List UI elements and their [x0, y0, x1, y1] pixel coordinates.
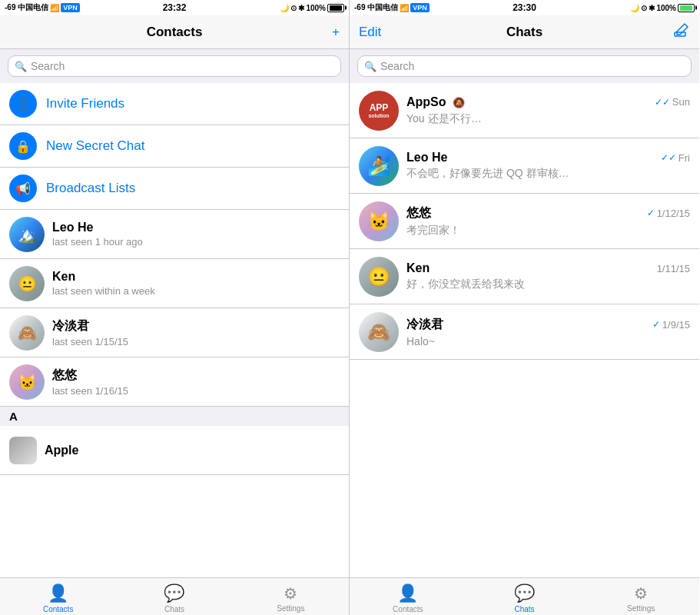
- status-right-right: 🌙 ⊙ ✱ 100%: [630, 4, 695, 12]
- settings-tab-icon-left: ⚙: [284, 584, 297, 603]
- bluetooth-icon-right: ✱: [649, 4, 655, 12]
- chat-top-lengtanjun: 冷淡君 ✓ 1/9/15: [406, 317, 690, 333]
- avatar-leohe-right: 🏄: [359, 146, 399, 186]
- contacts-search-bar: 🔍 Search: [0, 49, 349, 83]
- contacts-tab-label-left: Contacts: [43, 605, 73, 613]
- wifi-icon: 📶: [50, 4, 59, 12]
- contact-sub-ken: last seen within a week: [52, 285, 155, 297]
- avatar-lengtanjun-right: 🙈: [359, 312, 399, 352]
- chat-preview-lengtanjun: Halo~: [406, 335, 690, 347]
- chats-header: Edit Chats: [350, 15, 699, 49]
- edit-button[interactable]: Edit: [359, 25, 381, 40]
- mute-icon-appso: 🔕: [453, 97, 465, 108]
- check-icon-leohe: ✓✓: [661, 152, 676, 163]
- avatar-leohe-left: 🏔️: [9, 217, 45, 252]
- search-icon-right: 🔍: [364, 61, 377, 72]
- tab-contacts-left[interactable]: 👤 Contacts: [0, 580, 116, 613]
- chat-info-leohe: Leo He ✓✓ Fri 不会吧，好像要先进 QQ 群审核…: [406, 151, 690, 181]
- chats-tab-icon-right: 💬: [514, 583, 535, 603]
- battery-icon-right: [678, 4, 695, 12]
- contacts-tab-label-right: Contacts: [393, 605, 423, 613]
- chat-info-appso: AppSo 🔕 ✓✓ Sun You 还是不行…: [406, 95, 690, 126]
- chat-name-appso: AppSo: [406, 95, 446, 108]
- chat-time-lengtanjun: ✓ 1/9/15: [652, 319, 690, 331]
- settings-tab-icon-right: ⚙: [634, 584, 648, 603]
- status-signal-left: -69 中国电信 📶 VPN: [5, 2, 80, 13]
- megaphone-icon: 📢: [15, 181, 31, 196]
- contacts-search-wrap[interactable]: 🔍 Search: [8, 55, 341, 77]
- location-icon: ⊙: [290, 4, 297, 12]
- chat-preview-ken: 好，你没空就丢给我来改: [406, 278, 690, 291]
- vpn-badge-right: VPN: [410, 3, 430, 12]
- contacts-list: 👤 Invite Friends 🔒 New Secret Chat 📢 Bro…: [0, 83, 349, 577]
- chat-top-appso: AppSo 🔕 ✓✓ Sun: [406, 95, 690, 109]
- time-text-youyou: 1/12/15: [657, 208, 690, 219]
- check-icon-lengtanjun: ✓: [652, 319, 660, 330]
- apple-info: Apple: [45, 444, 78, 457]
- chat-info-ken: Ken 1/11/15 好，你没空就丢给我来改: [406, 261, 690, 291]
- tab-chats-left[interactable]: 💬 Chats: [116, 580, 232, 613]
- chat-time-leohe: ✓✓ Fri: [661, 152, 690, 164]
- contact-leohe[interactable]: 🏔️ Leo He last seen 1 hour ago: [0, 210, 349, 259]
- chat-preview-row-appso: You 还是不行…: [406, 111, 690, 126]
- chats-search-bar: 🔍 Search: [350, 49, 699, 83]
- chat-name-youyou: 悠悠: [406, 205, 431, 221]
- add-contact-button[interactable]: +: [332, 25, 340, 40]
- battery-fill-left: [330, 5, 342, 11]
- contact-lengtanjun[interactable]: 🙈 冷淡君 last seen 1/15/15: [0, 308, 349, 357]
- chat-top-ken: Ken 1/11/15: [406, 261, 690, 275]
- contact-name-leohe: Leo He: [52, 221, 143, 234]
- status-time-right: 23:30: [513, 2, 536, 13]
- tab-contacts-right[interactable]: 👤 Contacts: [350, 580, 466, 613]
- chat-preview-youyou: 考完回家！: [406, 224, 690, 238]
- avatar-appso: APP solution: [359, 91, 399, 131]
- contact-info-youyou: 悠悠 last seen 1/16/15: [52, 367, 128, 397]
- time-text-ken: 1/11/15: [657, 263, 690, 274]
- broadcast-lists-item[interactable]: 📢 Broadcast Lists: [0, 168, 349, 210]
- chat-top-youyou: 悠悠 ✓ 1/12/15: [406, 205, 690, 221]
- compose-button[interactable]: [673, 22, 690, 42]
- vpn-badge: VPN: [61, 3, 80, 12]
- contact-ken[interactable]: 😐 Ken last seen within a week: [0, 259, 349, 308]
- new-secret-chat-icon: 🔒: [9, 132, 37, 160]
- location-icon-right: ⊙: [641, 4, 647, 12]
- invite-friends-item[interactable]: 👤 Invite Friends: [0, 83, 349, 125]
- new-secret-chat-item[interactable]: 🔒 New Secret Chat: [0, 125, 349, 168]
- chat-appso[interactable]: APP solution AppSo 🔕 ✓✓ Sun You 还是不行…: [350, 83, 699, 138]
- tab-settings-left[interactable]: ⚙ Settings: [233, 581, 349, 613]
- wifi-icon-right: 📶: [400, 4, 409, 12]
- chat-ken[interactable]: 😐 Ken 1/11/15 好，你没空就丢给我来改: [350, 249, 699, 304]
- avatar-ken-left: 😐: [9, 266, 45, 301]
- contact-name-lengtanjun: 冷淡君: [52, 318, 128, 334]
- status-bar-right: -69 中国电信 📶 VPN 23:30 🌙 ⊙ ✱ 100%: [350, 0, 699, 15]
- chats-search-wrap[interactable]: 🔍 Search: [357, 55, 692, 77]
- status-time-left: 23:32: [163, 2, 187, 13]
- chat-top-leohe: Leo He ✓✓ Fri: [406, 151, 690, 165]
- contact-info-leohe: Leo He last seen 1 hour ago: [52, 221, 143, 248]
- avatar-ken-right: 😐: [359, 257, 399, 297]
- chat-lengtanjun[interactable]: 🙈 冷淡君 ✓ 1/9/15 Halo~: [350, 304, 699, 360]
- chat-name-row-appso: AppSo 🔕: [406, 95, 465, 109]
- tab-chats-right[interactable]: 💬 Chats: [466, 580, 583, 613]
- apple-name: Apple: [45, 444, 78, 457]
- invite-friends-label: Invite Friends: [46, 96, 124, 111]
- tab-settings-right[interactable]: ⚙ Settings: [582, 581, 699, 613]
- contact-name-ken: Ken: [52, 270, 155, 284]
- contacts-header-inner: Contacts +: [9, 15, 340, 48]
- avatar-youyou-right: 🐱: [359, 201, 399, 241]
- chats-title: Chats: [506, 25, 542, 40]
- chat-time-ken: 1/11/15: [657, 263, 690, 274]
- chat-youyou[interactable]: 🐱 悠悠 ✓ 1/12/15 考完回家！: [350, 194, 699, 249]
- status-signal-right: -69 中国电信 📶 VPN: [354, 2, 430, 13]
- invite-friends-icon: 👤: [9, 90, 37, 118]
- contact-youyou[interactable]: 🐱 悠悠 last seen 1/16/15: [0, 357, 349, 407]
- apple-item[interactable]: Apple: [0, 426, 349, 475]
- chat-leohe[interactable]: 🏄 Leo He ✓✓ Fri 不会吧，好像要先进 QQ 群审核…: [350, 138, 699, 194]
- contacts-panel: -69 中国电信 📶 VPN 23:32 🌙 ⊙ ✱ 100% Contacts…: [0, 0, 350, 615]
- search-icon-left: 🔍: [15, 61, 27, 72]
- contact-sub-youyou: last seen 1/16/15: [52, 385, 128, 397]
- broadcast-lists-icon: 📢: [9, 175, 37, 202]
- contact-sub-leohe: last seen 1 hour ago: [52, 236, 143, 248]
- battery-text-left: 100%: [306, 4, 326, 12]
- contact-info-lengtanjun: 冷淡君 last seen 1/15/15: [52, 318, 128, 347]
